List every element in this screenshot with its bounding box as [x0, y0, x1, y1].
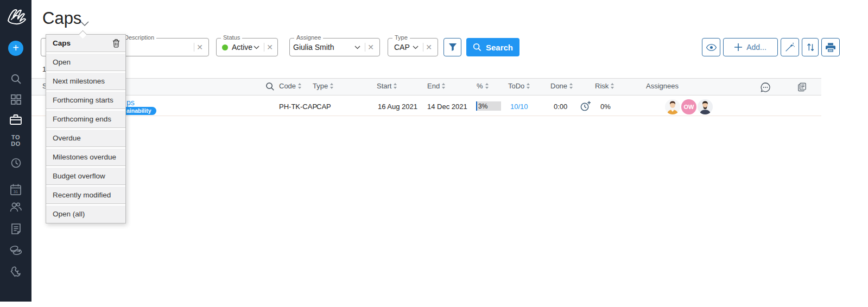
sort-icon: [330, 83, 334, 89]
trash-icon: [112, 39, 120, 48]
chevron-down-icon: [354, 46, 360, 49]
column-header-done[interactable]: Done: [550, 82, 573, 90]
item-title-link[interactable]: ps: [126, 98, 135, 107]
column-search-icon[interactable]: [265, 82, 275, 91]
avatar-person-icon: [665, 99, 680, 114]
sort-icon: [394, 83, 397, 89]
eye-icon: [706, 44, 717, 51]
sidebar-item-time[interactable]: [0, 157, 31, 169]
copy-column-icon[interactable]: [797, 82, 807, 92]
column-header-todo[interactable]: ToDo: [508, 82, 530, 90]
cell-start-date: 16 Aug 2021: [378, 103, 417, 111]
sort-icon: [527, 83, 530, 89]
assignee-avatar: [698, 99, 713, 114]
menu-item-overdue[interactable]: Overdue: [46, 130, 125, 147]
title-menu-toggle[interactable]: [80, 18, 89, 28]
sidebar: + TODO: [0, 0, 31, 302]
views-dropdown-menu: Caps Open Next milestones Forthcoming st…: [46, 34, 126, 223]
sort-icon: [298, 83, 302, 89]
sidebar-item-calendar[interactable]: 31: [0, 183, 31, 196]
chevron-down-icon: [80, 21, 89, 26]
search-button-label: Search: [486, 43, 513, 52]
search-icon: [473, 43, 481, 52]
menu-item-forthcoming-ends[interactable]: Forthcoming ends: [46, 111, 125, 128]
sidebar-item-admin[interactable]: [0, 265, 31, 278]
search-icon: [265, 82, 275, 91]
column-header-end[interactable]: End: [427, 82, 446, 90]
sort-button[interactable]: [802, 38, 819, 56]
column-header-start[interactable]: Start: [377, 82, 397, 90]
column-header-type[interactable]: Type: [313, 82, 334, 90]
menu-item-milestones-overdue[interactable]: Milestones overdue: [46, 149, 125, 166]
search-button[interactable]: Search: [466, 38, 519, 56]
sidebar-item-people[interactable]: [0, 201, 31, 214]
column-header-percent[interactable]: %: [477, 82, 489, 90]
type-filter-label: Type: [392, 34, 410, 41]
sort-icon: [485, 83, 489, 89]
assignee-filter-field[interactable]: Assignee Giulia Smith ✕: [289, 38, 380, 56]
comments-column-icon[interactable]: [760, 82, 771, 93]
sidebar-item-projects[interactable]: [0, 113, 31, 126]
filter-funnel-icon: [448, 43, 457, 52]
type-filter-field[interactable]: Type CAP ✕: [388, 38, 438, 56]
status-value: Active: [232, 43, 252, 52]
menu-item-next-milestones[interactable]: Next milestones: [46, 73, 125, 90]
delete-view-button[interactable]: [112, 39, 120, 48]
sidebar-item-documents[interactable]: [0, 222, 31, 235]
clock-plus-icon: [580, 100, 591, 112]
print-button[interactable]: [821, 38, 840, 56]
briefcase-icon: [9, 113, 22, 126]
clear-type-icon[interactable]: ✕: [423, 43, 434, 52]
avatar-person-icon: [698, 99, 713, 114]
cell-todo-link[interactable]: 10/10: [510, 103, 528, 111]
status-dropdown-toggle[interactable]: [252, 46, 261, 49]
clear-status-icon[interactable]: ✕: [264, 43, 275, 52]
column-header-code[interactable]: Code: [279, 82, 302, 90]
sort-icon: [569, 83, 573, 89]
menu-item-forthcoming-starts[interactable]: Forthcoming starts: [46, 92, 125, 109]
page-title: Caps: [42, 9, 81, 28]
progress-percent: 3%: [478, 103, 487, 110]
type-dropdown-toggle[interactable]: [411, 46, 420, 49]
column-header-risk[interactable]: Risk: [595, 82, 614, 90]
users-icon: [9, 201, 22, 213]
svg-text:31: 31: [14, 189, 18, 194]
add-time-button[interactable]: [580, 100, 591, 113]
add-button[interactable]: Add...: [723, 38, 778, 56]
advanced-filter-button[interactable]: [443, 38, 461, 56]
calendar-icon: 31: [10, 183, 22, 196]
chevron-down-icon: [254, 46, 259, 49]
assignee-avatar: [665, 99, 680, 114]
sidebar-item-search[interactable]: [0, 73, 31, 85]
wizard-button[interactable]: [781, 38, 799, 56]
menu-item-open[interactable]: Open: [46, 54, 125, 71]
chevron-down-icon: [413, 46, 419, 49]
cell-done-time: 0:00: [554, 103, 567, 111]
menu-item-open-all[interactable]: Open (all): [46, 206, 125, 223]
add-new-button[interactable]: +: [0, 41, 31, 56]
add-button-label: Add...: [746, 43, 766, 52]
sort-icon: [442, 83, 446, 89]
view-button[interactable]: [702, 38, 720, 56]
menu-item-caps[interactable]: Caps: [46, 35, 125, 52]
app-window: + TODO: [0, 0, 868, 307]
menu-item-budget-overflow[interactable]: Budget overflow: [46, 168, 125, 185]
sidebar-item-todo[interactable]: TODO: [0, 134, 31, 147]
clear-description-icon[interactable]: ✕: [194, 43, 205, 52]
type-value: CAP: [394, 43, 410, 52]
assignee-avatar-initials: OW: [681, 99, 696, 114]
coins-icon: [9, 244, 23, 256]
search-icon: [10, 73, 22, 85]
row-divider: [31, 116, 821, 116]
clear-assignee-icon[interactable]: ✕: [365, 43, 376, 52]
status-filter-field[interactable]: Status Active ✕: [216, 38, 278, 56]
cell-type: CAP: [316, 103, 331, 111]
plus-icon[interactable]: +: [8, 41, 23, 56]
sidebar-item-budget[interactable]: [0, 244, 31, 257]
assignee-dropdown-toggle[interactable]: [353, 46, 362, 49]
menu-item-recently-modified[interactable]: Recently modified: [46, 187, 125, 204]
assignee-value: Giulia Smith: [293, 43, 334, 52]
todo-icon: TODO: [11, 134, 21, 147]
sidebar-item-dashboard[interactable]: [0, 93, 31, 105]
status-filter-label: Status: [221, 34, 242, 41]
